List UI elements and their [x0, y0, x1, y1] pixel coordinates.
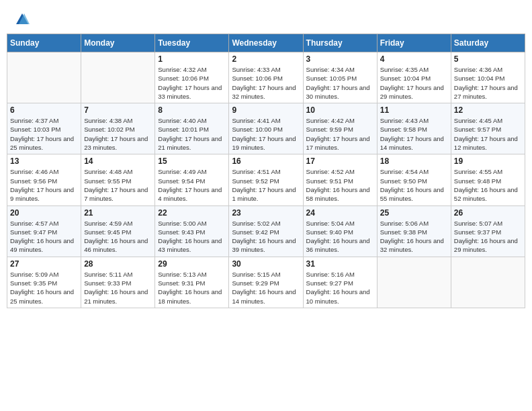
day-number: 16 [232, 156, 300, 166]
day-info: Sunrise: 5:02 AM Sunset: 9:42 PM Dayligh… [232, 219, 300, 255]
day-number: 7 [84, 105, 152, 115]
day-info: Sunrise: 5:16 AM Sunset: 9:27 PM Dayligh… [306, 270, 374, 306]
day-number: 3 [306, 54, 374, 64]
day-info: Sunrise: 4:37 AM Sunset: 10:03 PM Daylig… [10, 116, 78, 152]
day-info: Sunrise: 4:48 AM Sunset: 9:55 PM Dayligh… [84, 167, 152, 203]
day-number: 12 [454, 105, 522, 115]
day-number: 8 [158, 105, 226, 115]
day-info: Sunrise: 4:57 AM Sunset: 9:47 PM Dayligh… [10, 219, 78, 255]
calendar-cell: 19Sunrise: 4:55 AM Sunset: 9:48 PM Dayli… [451, 154, 525, 205]
calendar-cell: 5Sunrise: 4:36 AM Sunset: 10:04 PM Dayli… [451, 52, 525, 103]
day-info: Sunrise: 4:42 AM Sunset: 9:59 PM Dayligh… [306, 116, 374, 152]
day-info: Sunrise: 4:35 AM Sunset: 10:04 PM Daylig… [380, 65, 448, 101]
day-info: Sunrise: 4:34 AM Sunset: 10:05 PM Daylig… [306, 65, 374, 101]
day-info: Sunrise: 4:40 AM Sunset: 10:01 PM Daylig… [158, 116, 226, 152]
day-number: 23 [232, 208, 300, 218]
calendar-cell: 11Sunrise: 4:43 AM Sunset: 9:58 PM Dayli… [377, 103, 451, 154]
day-number: 31 [306, 259, 374, 269]
day-info: Sunrise: 4:52 AM Sunset: 9:51 PM Dayligh… [306, 167, 374, 203]
day-info: Sunrise: 5:04 AM Sunset: 9:40 PM Dayligh… [306, 219, 374, 255]
weekday-header-sunday: Sunday [7, 34, 81, 52]
day-number: 17 [306, 156, 374, 166]
page-header [7, 7, 525, 30]
calendar-cell: 25Sunrise: 5:06 AM Sunset: 9:38 PM Dayli… [377, 205, 451, 257]
day-info: Sunrise: 4:54 AM Sunset: 9:50 PM Dayligh… [380, 167, 448, 203]
calendar-cell: 31Sunrise: 5:16 AM Sunset: 9:27 PM Dayli… [303, 257, 377, 308]
calendar-cell: 18Sunrise: 4:54 AM Sunset: 9:50 PM Dayli… [377, 154, 451, 205]
calendar-cell: 7Sunrise: 4:38 AM Sunset: 10:02 PM Dayli… [81, 103, 155, 154]
week-row-1: 1Sunrise: 4:32 AM Sunset: 10:06 PM Dayli… [7, 52, 525, 103]
day-info: Sunrise: 4:43 AM Sunset: 9:58 PM Dayligh… [380, 116, 448, 152]
day-info: Sunrise: 4:33 AM Sunset: 10:06 PM Daylig… [232, 65, 300, 101]
week-row-4: 20Sunrise: 4:57 AM Sunset: 9:47 PM Dayli… [7, 205, 525, 257]
day-number: 5 [454, 54, 522, 64]
calendar-cell: 10Sunrise: 4:42 AM Sunset: 9:59 PM Dayli… [303, 103, 377, 154]
day-number: 22 [158, 208, 226, 218]
weekday-header-thursday: Thursday [303, 34, 377, 52]
calendar-cell: 23Sunrise: 5:02 AM Sunset: 9:42 PM Dayli… [229, 205, 303, 257]
day-number: 13 [10, 156, 78, 166]
calendar-cell: 28Sunrise: 5:11 AM Sunset: 9:33 PM Dayli… [81, 257, 155, 308]
day-number: 26 [454, 208, 522, 218]
weekday-header-saturday: Saturday [451, 34, 525, 52]
day-info: Sunrise: 4:55 AM Sunset: 9:48 PM Dayligh… [454, 167, 522, 203]
day-info: Sunrise: 5:06 AM Sunset: 9:38 PM Dayligh… [380, 219, 448, 255]
day-info: Sunrise: 5:11 AM Sunset: 9:33 PM Dayligh… [84, 270, 152, 306]
day-info: Sunrise: 5:09 AM Sunset: 9:35 PM Dayligh… [10, 270, 78, 306]
day-info: Sunrise: 4:41 AM Sunset: 10:00 PM Daylig… [232, 116, 300, 152]
day-number: 9 [232, 105, 300, 115]
day-number: 18 [380, 156, 448, 166]
day-info: Sunrise: 5:07 AM Sunset: 9:37 PM Dayligh… [454, 219, 522, 255]
calendar-cell: 4Sunrise: 4:35 AM Sunset: 10:04 PM Dayli… [377, 52, 451, 103]
week-row-3: 13Sunrise: 4:46 AM Sunset: 9:56 PM Dayli… [7, 154, 525, 205]
day-info: Sunrise: 5:13 AM Sunset: 9:31 PM Dayligh… [158, 270, 226, 306]
day-number: 30 [232, 259, 300, 269]
day-info: Sunrise: 4:32 AM Sunset: 10:06 PM Daylig… [158, 65, 226, 101]
day-number: 24 [306, 208, 374, 218]
logo [13, 12, 30, 27]
day-info: Sunrise: 5:00 AM Sunset: 9:43 PM Dayligh… [158, 219, 226, 255]
day-number: 21 [84, 208, 152, 218]
calendar-cell [451, 257, 525, 308]
calendar-table: SundayMondayTuesdayWednesdayThursdayFrid… [7, 34, 525, 308]
day-info: Sunrise: 4:59 AM Sunset: 9:45 PM Dayligh… [84, 219, 152, 255]
weekday-header-friday: Friday [377, 34, 451, 52]
day-info: Sunrise: 4:38 AM Sunset: 10:02 PM Daylig… [84, 116, 152, 152]
day-number: 4 [380, 54, 448, 64]
calendar-cell: 12Sunrise: 4:45 AM Sunset: 9:57 PM Dayli… [451, 103, 525, 154]
week-row-2: 6Sunrise: 4:37 AM Sunset: 10:03 PM Dayli… [7, 103, 525, 154]
day-info: Sunrise: 4:45 AM Sunset: 9:57 PM Dayligh… [454, 116, 522, 152]
calendar-cell: 16Sunrise: 4:51 AM Sunset: 9:52 PM Dayli… [229, 154, 303, 205]
calendar-cell: 9Sunrise: 4:41 AM Sunset: 10:00 PM Dayli… [229, 103, 303, 154]
calendar-cell: 2Sunrise: 4:33 AM Sunset: 10:06 PM Dayli… [229, 52, 303, 103]
calendar-cell: 1Sunrise: 4:32 AM Sunset: 10:06 PM Dayli… [155, 52, 229, 103]
calendar-cell: 30Sunrise: 5:15 AM Sunset: 9:29 PM Dayli… [229, 257, 303, 308]
calendar-cell: 14Sunrise: 4:48 AM Sunset: 9:55 PM Dayli… [81, 154, 155, 205]
day-info: Sunrise: 5:15 AM Sunset: 9:29 PM Dayligh… [232, 270, 300, 306]
weekday-header-tuesday: Tuesday [155, 34, 229, 52]
day-number: 1 [158, 54, 226, 64]
day-number: 15 [158, 156, 226, 166]
day-number: 6 [10, 105, 78, 115]
week-row-5: 27Sunrise: 5:09 AM Sunset: 9:35 PM Dayli… [7, 257, 525, 308]
weekday-header-monday: Monday [81, 34, 155, 52]
day-number: 2 [232, 54, 300, 64]
calendar-cell: 20Sunrise: 4:57 AM Sunset: 9:47 PM Dayli… [7, 205, 81, 257]
day-number: 20 [10, 208, 78, 218]
calendar-cell: 15Sunrise: 4:49 AM Sunset: 9:54 PM Dayli… [155, 154, 229, 205]
calendar-cell: 22Sunrise: 5:00 AM Sunset: 9:43 PM Dayli… [155, 205, 229, 257]
calendar-cell: 17Sunrise: 4:52 AM Sunset: 9:51 PM Dayli… [303, 154, 377, 205]
calendar-body: 1Sunrise: 4:32 AM Sunset: 10:06 PM Dayli… [7, 52, 525, 308]
logo-icon [15, 12, 30, 27]
calendar-cell: 21Sunrise: 4:59 AM Sunset: 9:45 PM Dayli… [81, 205, 155, 257]
day-number: 29 [158, 259, 226, 269]
day-number: 10 [306, 105, 374, 115]
calendar-cell: 26Sunrise: 5:07 AM Sunset: 9:37 PM Dayli… [451, 205, 525, 257]
calendar-cell: 3Sunrise: 4:34 AM Sunset: 10:05 PM Dayli… [303, 52, 377, 103]
calendar-cell [7, 52, 81, 103]
weekday-header-wednesday: Wednesday [229, 34, 303, 52]
day-number: 25 [380, 208, 448, 218]
day-number: 28 [84, 259, 152, 269]
day-number: 19 [454, 156, 522, 166]
day-number: 14 [84, 156, 152, 166]
